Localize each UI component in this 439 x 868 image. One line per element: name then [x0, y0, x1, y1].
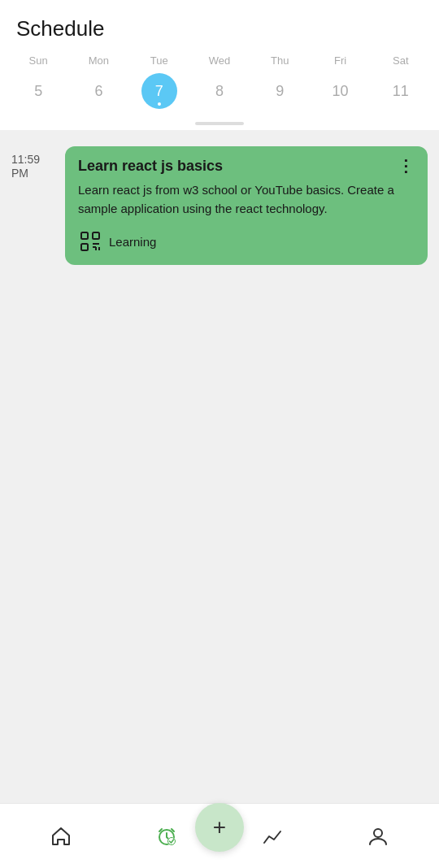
chart-icon — [261, 825, 284, 848]
profile-icon — [367, 825, 389, 848]
day-10[interactable]: 10 — [323, 73, 359, 109]
day-6[interactable]: 6 — [80, 73, 116, 109]
page-title: Schedule — [16, 16, 423, 41]
svg-rect-2 — [81, 244, 88, 250]
add-icon: + — [213, 816, 226, 839]
event-menu-button[interactable]: ⋮ — [398, 158, 415, 174]
day-label-tue: Tue — [135, 54, 184, 67]
svg-point-10 — [374, 829, 382, 837]
home-icon — [50, 825, 72, 848]
day-label-thu: Thu — [255, 54, 304, 67]
header: Schedule — [0, 0, 439, 54]
bottom-nav: + — [0, 803, 439, 868]
event-tag: Learning — [78, 229, 415, 254]
learning-icon — [80, 231, 101, 252]
day-11[interactable]: 11 — [383, 73, 419, 109]
fab-add-button[interactable]: + — [195, 803, 244, 852]
day-label-sat: Sat — [376, 54, 425, 67]
day-label-wed: Wed — [195, 54, 244, 67]
app-container: Schedule Sun Mon Tue Wed Thu Fri Sat 5 6… — [0, 0, 439, 868]
day-8[interactable]: 8 — [202, 73, 237, 109]
day-7-active[interactable]: 7 — [141, 73, 177, 109]
day-5[interactable]: 5 — [20, 73, 56, 109]
calendar-week: Sun Mon Tue Wed Thu Fri Sat 5 6 7 8 9 10… — [0, 54, 439, 117]
event-tag-label: Learning — [109, 235, 156, 249]
nav-alarm[interactable] — [142, 812, 191, 861]
nav-profile[interactable] — [354, 812, 402, 861]
tag-icon — [78, 229, 102, 254]
day-label-sun: Sun — [14, 54, 63, 67]
nav-home[interactable] — [37, 812, 85, 861]
scroll-indicator — [0, 117, 439, 130]
day-label-mon: Mon — [74, 54, 123, 67]
event-time: 11:59PM — [11, 146, 60, 180]
nav-chart[interactable] — [248, 812, 297, 861]
svg-rect-0 — [81, 232, 88, 239]
event-title: Learn react js basics — [78, 158, 391, 175]
event-card[interactable]: Learn react js basics ⋮ Learn react js f… — [65, 146, 428, 265]
svg-rect-1 — [93, 232, 99, 239]
content-area: 11:59PM Learn react js basics ⋮ Learn re… — [0, 130, 439, 803]
alarm-icon — [155, 825, 178, 848]
day-numbers: 5 6 7 8 9 10 11 — [8, 73, 431, 109]
schedule-row: 11:59PM Learn react js basics ⋮ Learn re… — [0, 138, 439, 273]
event-header: Learn react js basics ⋮ — [78, 158, 415, 175]
day-labels: Sun Mon Tue Wed Thu Fri Sat — [8, 54, 431, 67]
scroll-bar — [195, 122, 244, 125]
day-label-fri: Fri — [316, 54, 365, 67]
day-9[interactable]: 9 — [262, 73, 298, 109]
event-description: Learn react js from w3 school or YouTube… — [78, 181, 415, 218]
